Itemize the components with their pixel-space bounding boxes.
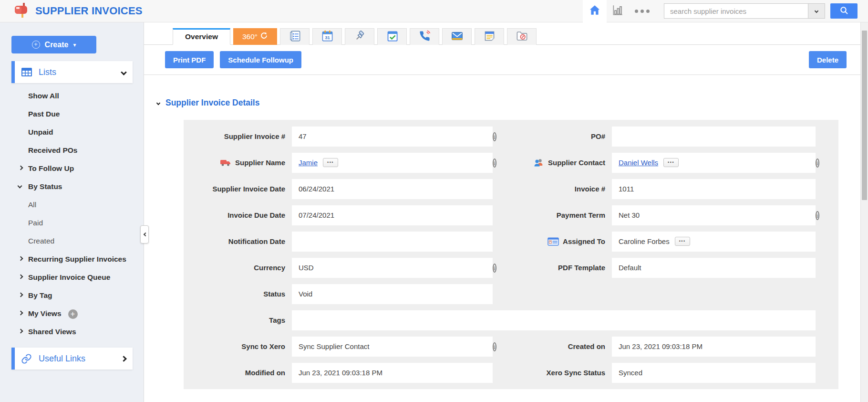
tab-calendar[interactable]: 31 xyxy=(312,28,342,45)
email-icon xyxy=(451,30,464,44)
create-button[interactable]: + Create ▾ xyxy=(11,36,96,53)
info-icon[interactable]: i xyxy=(816,211,819,220)
field-value-status[interactable]: Void xyxy=(292,284,493,304)
field-value-invoice[interactable]: 1011 xyxy=(612,179,816,199)
sidebar-item-supplier-invoice-queue[interactable]: Supplier Invoice Queue xyxy=(0,268,143,286)
link-jamie[interactable]: Jamie xyxy=(299,159,318,167)
sidebar-section-useful-links[interactable]: Useful Links xyxy=(11,348,133,370)
add-view-icon[interactable]: + xyxy=(68,309,78,319)
field-label-text: Supplier Name xyxy=(235,159,285,167)
tab-email[interactable] xyxy=(442,28,472,45)
field-label-notification-date: Notification Date xyxy=(184,237,292,245)
main-content: Overview 360° 31 Print PDF Schedule Foll… xyxy=(144,22,860,402)
sidebar-item-all[interactable]: All xyxy=(0,196,143,214)
sidebar-section-lists[interactable]: Lists xyxy=(11,61,133,83)
sidebar-item-by-tag[interactable]: By Tag xyxy=(0,286,143,305)
form-row-invoice-due-date: Invoice Due Date07/24/2021Payment TermNe… xyxy=(184,202,838,228)
sidebar-item-my-views[interactable]: My Views+ xyxy=(0,305,143,323)
sidebar-item-received-pos[interactable]: Received POs xyxy=(0,141,143,159)
form-row-supplier-invoice-date: Supplier Invoice Date06/24/2021Invoice #… xyxy=(184,176,838,202)
field-value-text: Jun 23, 2021 09:03:18 PM xyxy=(619,342,703,350)
field-value-currency[interactable]: USD xyxy=(292,258,493,278)
field-value-tags[interactable] xyxy=(292,310,816,330)
field-value-supplier-invoice-date[interactable]: 06/24/2021 xyxy=(292,179,493,199)
field-value-invoice-due-date[interactable]: 07/24/2021 xyxy=(292,205,493,225)
field-value-text: Net 30 xyxy=(619,211,640,219)
sidebar-item-recurring-supplier-invoices[interactable]: Recurring Supplier Invoices xyxy=(0,250,143,268)
field-label-text: Sync to Xero xyxy=(241,342,285,350)
info-icon[interactable]: i xyxy=(493,342,496,351)
reports-button[interactable] xyxy=(607,0,629,22)
search-button[interactable] xyxy=(830,3,858,19)
divider xyxy=(144,74,860,75)
sidebar-item-unpaid[interactable]: Unpaid xyxy=(0,123,143,141)
more-options-button[interactable] xyxy=(629,0,655,22)
lists-label: Lists xyxy=(39,67,56,77)
search-scope-dropdown[interactable] xyxy=(808,3,825,19)
chevron-right-icon xyxy=(19,329,23,334)
field-label-tags: Tags xyxy=(184,316,292,324)
tab-attachment-folder[interactable] xyxy=(507,28,537,45)
calendar-icon: 31 xyxy=(321,30,334,44)
tab-notes[interactable] xyxy=(475,28,504,45)
search-input[interactable] xyxy=(664,3,808,19)
chevron-right-icon xyxy=(19,256,23,261)
sidebar-item-label: Created xyxy=(28,237,54,245)
schedule-followup-button[interactable]: Schedule Followup xyxy=(220,51,301,68)
top-bar: SUPPLIER INVOICES xyxy=(0,0,868,22)
field-value-pdf-template[interactable]: Default xyxy=(612,258,816,278)
sidebar-item-created[interactable]: Created xyxy=(0,232,143,250)
lookup-more-button[interactable]: ••• xyxy=(675,237,690,246)
info-icon[interactable]: i xyxy=(493,264,496,273)
sidebar-item-past-due[interactable]: Past Due xyxy=(0,105,143,123)
field-value-notification-date[interactable] xyxy=(292,232,493,252)
sidebar-collapse-button[interactable] xyxy=(140,225,149,243)
tab-tasks[interactable] xyxy=(377,28,407,45)
field-value-assigned-to[interactable]: Caroline Forbes••• xyxy=(612,232,816,252)
sidebar-item-to-follow-up[interactable]: To Follow Up xyxy=(0,159,143,178)
field-label-supplier-invoice-date: Supplier Invoice Date xyxy=(184,185,292,193)
field-value-modified-on[interactable]: Jun 23, 2021 09:03:18 PM xyxy=(292,363,493,383)
print-pdf-button[interactable]: Print PDF xyxy=(165,51,214,68)
info-icon[interactable]: i xyxy=(493,132,496,141)
sidebar-item-show-all[interactable]: Show All xyxy=(0,87,143,105)
field-label-text: Invoice # xyxy=(575,185,605,193)
field-value-supplier-contact[interactable]: Daniel Wells••• xyxy=(612,153,816,173)
link-daniel-wells[interactable]: Daniel Wells xyxy=(619,159,658,167)
chevron-down-icon xyxy=(156,101,160,105)
field-label-po: PO# xyxy=(513,132,612,140)
field-value-po[interactable] xyxy=(612,127,816,147)
field-value-sync-to-xero[interactable]: Sync Supplier Contact xyxy=(292,337,493,357)
tab-phone[interactable] xyxy=(410,28,439,45)
lookup-more-button[interactable]: ••• xyxy=(323,158,338,167)
page-title: SUPPLIER INVOICES xyxy=(35,5,143,17)
tab-overview[interactable]: Overview xyxy=(173,28,230,45)
sidebar-item-by-status[interactable]: By Status xyxy=(0,178,143,196)
sidebar-item-shared-views[interactable]: Shared Views xyxy=(0,323,143,341)
field-value-supplier-name[interactable]: Jamie••• xyxy=(292,153,493,173)
vertical-scrollbar[interactable] xyxy=(860,22,868,402)
icon-tabs: 31 xyxy=(277,28,537,44)
field-value-payment-term[interactable]: Net 30 xyxy=(612,205,816,225)
section-header-supplier-invoice-details[interactable]: Supplier Invoice Details xyxy=(157,98,860,108)
tab-pushpin[interactable] xyxy=(345,28,374,45)
supplier-invoice-details-panel: Supplier Invoice #47iPO#Supplier NameJam… xyxy=(184,120,838,389)
sidebar-item-label: My Views xyxy=(28,309,62,317)
field-value-supplier-invoice[interactable]: 47 xyxy=(292,127,493,147)
field-value-created-on[interactable]: Jun 23, 2021 09:03:18 PM xyxy=(612,337,816,357)
lookup-more-button[interactable]: ••• xyxy=(663,158,679,167)
field-value-xero-sync-status[interactable]: Synced xyxy=(612,363,816,383)
sidebar-item-label: Received POs xyxy=(28,146,77,154)
tab-360-view[interactable]: 360° xyxy=(233,28,277,45)
delete-button[interactable]: Delete xyxy=(809,51,847,68)
info-icon[interactable]: i xyxy=(816,159,819,168)
scrollbar-thumb[interactable] xyxy=(862,31,867,200)
tab-details-form[interactable] xyxy=(280,28,310,45)
home-button[interactable] xyxy=(583,0,607,22)
contacts-icon xyxy=(533,158,544,168)
chevron-right-icon xyxy=(19,166,23,170)
sidebar-item-paid[interactable]: Paid xyxy=(0,214,143,232)
field-label-text: PDF Template xyxy=(558,264,605,272)
field-label-supplier-invoice: Supplier Invoice # xyxy=(184,132,292,140)
info-icon[interactable]: i xyxy=(493,159,496,168)
